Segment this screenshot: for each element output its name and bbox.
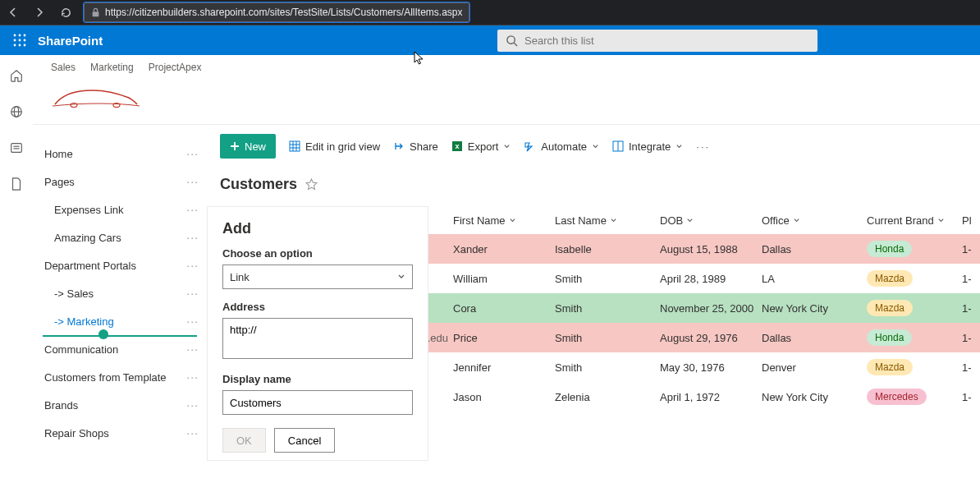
svg-point-9 (24, 44, 26, 47)
col-last-name[interactable]: Last Name (555, 214, 607, 227)
svg-rect-0 (93, 12, 99, 16)
left-nav-item[interactable]: Repair Shops··· (33, 419, 207, 447)
chevron-down-icon[interactable] (793, 217, 800, 224)
cell-brand: Honda (867, 329, 962, 346)
display-name-label: Display name (222, 373, 413, 385)
chevron-down-icon[interactable] (509, 217, 516, 224)
excel-icon: x (451, 140, 463, 152)
cell-trailing: 1- (962, 361, 980, 374)
integrate-button[interactable]: Integrate (612, 140, 683, 153)
cell-dob: April 1, 1972 (660, 391, 762, 403)
item-menu-icon[interactable]: ··· (186, 203, 199, 216)
cell-first-name: William (453, 273, 555, 285)
item-menu-icon[interactable]: ··· (186, 343, 199, 356)
item-menu-icon[interactable]: ··· (186, 315, 199, 328)
svg-rect-20 (290, 141, 300, 151)
col-trailing[interactable]: Pl (962, 214, 972, 227)
col-brand[interactable]: Current Brand (867, 214, 934, 227)
item-menu-icon[interactable]: ··· (186, 231, 199, 244)
command-bar: New Edit in grid view Share x Export (207, 131, 980, 161)
left-nav-label: Amazing Cars (54, 232, 121, 244)
cell-last-name: Zelenia (555, 391, 660, 403)
col-dob[interactable]: DOB (660, 214, 683, 227)
left-nav-label: -> Marketing (54, 315, 114, 328)
share-button[interactable]: Share (393, 140, 438, 153)
forward-button[interactable] (31, 4, 48, 21)
left-nav-item[interactable]: Expenses Link··· (33, 196, 207, 223)
svg-point-2 (19, 34, 21, 37)
item-menu-icon[interactable]: ··· (186, 175, 199, 188)
left-nav-label: Pages (44, 176, 75, 188)
back-button[interactable] (5, 4, 21, 21)
item-menu-icon[interactable]: ··· (186, 398, 199, 412)
automate-button[interactable]: Automate (524, 140, 599, 153)
export-label: Export (468, 140, 499, 153)
news-icon[interactable] (9, 140, 24, 155)
suite-bar: SharePoint (0, 25, 980, 55)
search-input[interactable] (524, 34, 809, 47)
left-nav-item[interactable]: Brands··· (33, 391, 207, 419)
chevron-down-icon (397, 273, 405, 281)
globe-icon[interactable] (9, 104, 24, 119)
home-icon[interactable] (9, 68, 24, 83)
address-label: Address (222, 301, 413, 313)
list-title: Customers (220, 176, 297, 193)
left-nav-item[interactable]: -> Marketing··· (33, 307, 207, 335)
item-menu-icon[interactable]: ··· (186, 147, 199, 160)
site-nav: Sales Marketing ProjectApex (51, 62, 962, 73)
col-first-name[interactable]: First Name (453, 214, 506, 227)
item-menu-icon[interactable]: ··· (186, 287, 199, 300)
item-menu-icon[interactable]: ··· (186, 370, 199, 384)
svg-line-11 (514, 43, 517, 46)
left-nav-item[interactable]: Amazing Cars··· (33, 223, 207, 251)
new-button[interactable]: New (220, 134, 276, 159)
files-icon[interactable] (10, 177, 23, 191)
site-nav-item[interactable]: Marketing (90, 62, 134, 73)
chevron-down-icon[interactable] (686, 217, 694, 224)
address-input[interactable] (222, 318, 413, 359)
brand-pill: Mazda (867, 270, 913, 287)
cell-brand: Mercedes (867, 389, 962, 405)
search-box[interactable] (497, 30, 817, 52)
favorite-button[interactable] (305, 178, 318, 191)
svg-point-8 (19, 44, 21, 47)
left-nav-label: Repair Shops (44, 427, 109, 439)
left-nav-item[interactable]: -> Sales··· (33, 279, 207, 307)
export-button[interactable]: x Export (451, 140, 511, 153)
cancel-button[interactable]: Cancel (274, 428, 335, 453)
chevron-down-icon[interactable] (937, 217, 945, 224)
new-label: New (245, 140, 266, 153)
url-input[interactable] (105, 7, 462, 18)
col-office[interactable]: Office (762, 214, 790, 227)
share-label: Share (410, 140, 438, 153)
app-launcher[interactable] (7, 27, 33, 53)
site-nav-item[interactable]: ProjectApex (149, 62, 202, 73)
left-nav-label: Communication (44, 343, 118, 356)
edit-grid-button[interactable]: Edit in grid view (289, 140, 380, 153)
site-logo[interactable] (51, 76, 141, 119)
more-commands[interactable]: ··· (696, 140, 710, 153)
left-nav-label: -> Sales (54, 288, 94, 300)
left-nav-item[interactable]: Pages··· (33, 168, 207, 196)
display-name-input[interactable] (222, 390, 413, 415)
cell-first-name: Price (453, 332, 555, 344)
left-nav-item[interactable]: Department Portals··· (33, 251, 207, 279)
cell-trailing: 1- (962, 302, 980, 315)
brand-label[interactable]: SharePoint (38, 34, 103, 48)
svg-point-7 (14, 44, 16, 47)
left-nav-label: Home (44, 148, 73, 160)
left-nav-item[interactable]: Home··· (33, 140, 207, 168)
cell-trailing: 1- (962, 391, 980, 403)
chevron-down-icon[interactable] (610, 217, 617, 224)
site-nav-item[interactable]: Sales (51, 62, 76, 73)
item-menu-icon[interactable]: ··· (186, 426, 199, 439)
cell-last-name: Smith (555, 361, 660, 374)
item-menu-icon[interactable]: ··· (186, 259, 199, 272)
left-nav-item[interactable]: Customers from Template··· (33, 363, 207, 391)
reload-button[interactable] (57, 4, 74, 21)
left-nav-item[interactable]: Communication··· (33, 335, 207, 363)
ok-button: OK (222, 428, 266, 453)
option-select[interactable]: Link (222, 264, 413, 289)
address-bar[interactable] (84, 2, 469, 22)
svg-point-6 (24, 39, 26, 42)
